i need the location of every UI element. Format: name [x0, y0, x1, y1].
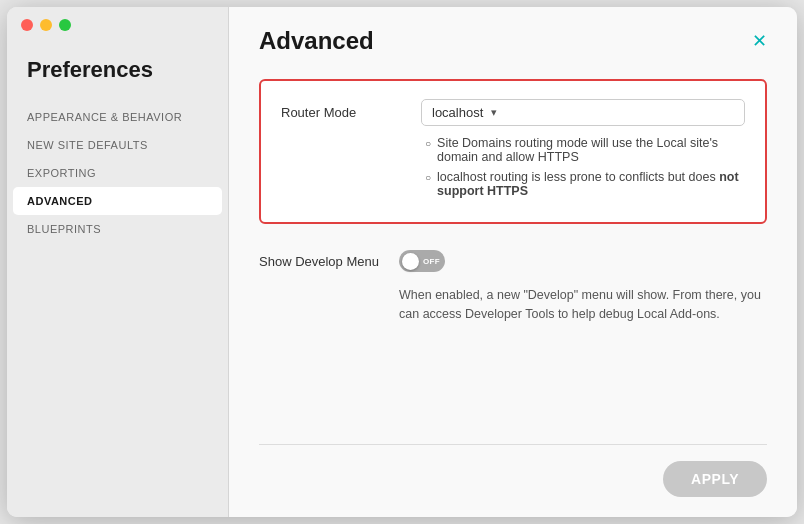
close-traffic-light[interactable]	[21, 19, 33, 31]
main-content: Advanced ✕ Router Mode localhost ▾ Site …	[229, 7, 797, 517]
sidebar-item-appearance-behavior[interactable]: APPEARANCE & BEHAVIOR	[7, 103, 228, 131]
develop-menu-label: Show Develop Menu	[259, 248, 379, 269]
maximize-traffic-light[interactable]	[59, 19, 71, 31]
apply-button[interactable]: APPLY	[663, 461, 767, 497]
minimize-traffic-light[interactable]	[40, 19, 52, 31]
close-button[interactable]: ✕	[752, 32, 767, 50]
toggle-label: OFF	[423, 257, 440, 266]
main-header: Advanced ✕	[259, 27, 767, 55]
develop-menu-row: Show Develop Menu OFF When enabled, a ne…	[259, 248, 767, 324]
develop-menu-toggle[interactable]: OFF	[399, 250, 445, 272]
page-title: Advanced	[259, 27, 374, 55]
sidebar-title: Preferences	[7, 47, 228, 103]
router-mode-control: localhost ▾ Site Domains routing mode wi…	[421, 99, 745, 204]
footer: APPLY	[259, 444, 767, 497]
info-item-localhost-text: localhost routing is less prone to confl…	[437, 170, 745, 198]
sidebar: Preferences APPEARANCE & BEHAVIOR NEW SI…	[7, 7, 229, 517]
sidebar-nav: APPEARANCE & BEHAVIOR NEW SITE DEFAULTS …	[7, 103, 228, 243]
router-mode-value: localhost	[432, 105, 483, 120]
router-mode-row: Router Mode localhost ▾ Site Domains rou…	[281, 99, 745, 204]
dropdown-arrow-icon: ▾	[491, 106, 497, 119]
preferences-window: Preferences APPEARANCE & BEHAVIOR NEW SI…	[7, 7, 797, 517]
info-item-site-domains-text: Site Domains routing mode will use the L…	[437, 136, 745, 164]
info-item-localhost-bold: not support HTTPS	[437, 170, 739, 198]
sidebar-item-exporting[interactable]: EXPORTING	[7, 159, 228, 187]
develop-menu-description: When enabled, a new "Develop" menu will …	[399, 286, 767, 324]
info-item-localhost: localhost routing is less prone to confl…	[425, 170, 745, 198]
router-mode-dropdown[interactable]: localhost ▾	[421, 99, 745, 126]
sidebar-item-advanced[interactable]: ADVANCED	[13, 187, 222, 215]
traffic-lights	[21, 19, 71, 31]
info-item-site-domains: Site Domains routing mode will use the L…	[425, 136, 745, 164]
sidebar-item-blueprints[interactable]: BLUEPRINTS	[7, 215, 228, 243]
router-mode-section: Router Mode localhost ▾ Site Domains rou…	[259, 79, 767, 224]
develop-menu-control: OFF When enabled, a new "Develop" menu w…	[399, 248, 767, 324]
router-mode-label: Router Mode	[281, 99, 401, 120]
router-mode-info: Site Domains routing mode will use the L…	[421, 136, 745, 204]
toggle-knob	[402, 253, 419, 270]
sidebar-item-new-site-defaults[interactable]: NEW SITE DEFAULTS	[7, 131, 228, 159]
